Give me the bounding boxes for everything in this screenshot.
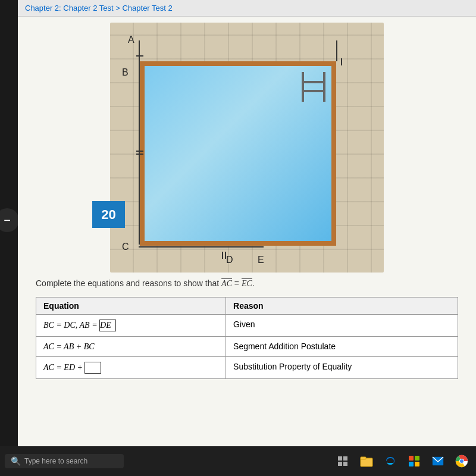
answer-input-2[interactable] [84,362,101,374]
label-D: D [226,255,233,265]
table-header-equation: Equation [36,298,226,315]
svg-point-9 [460,459,464,463]
main-content: Chapter 2: Chapter 2 Test > Chapter Test… [18,0,476,476]
windows-icon[interactable] [405,452,424,471]
geometry-diagram: A B C D E 20 [110,23,384,273]
equation-cell-2: AC = AB + BC [36,337,226,357]
tick-mark-1 [136,55,143,57]
table-row: AC = AB + BC Segment Addition Postulate [36,337,458,357]
taskbar-icons-group [333,452,471,471]
chrome-icon[interactable] [452,452,471,471]
left-sidebar: − [0,0,18,476]
win-cell-blue [409,462,414,466]
answer-de: DE [100,321,111,330]
question-number-badge: 20 [92,201,125,228]
line-top-right [336,40,337,61]
equation-text-1a: BC = DC, AB = [43,321,99,330]
mail-icon[interactable] [428,452,447,471]
label-C: C [122,242,129,252]
math-expression: AC = EC. [221,278,255,288]
content-area: A B C D E 20 Complete the equations and … [18,17,476,391]
svg-rect-0 [338,456,342,461]
line-de [231,246,264,248]
line-ab [139,40,140,69]
instruction-text: Complete the equations and reasons to sh… [36,278,219,288]
answer-input-1[interactable]: DE [99,320,116,331]
equation-text-2: AC = AB + BC [43,342,95,351]
reason-cell-1: Given [226,315,458,337]
search-icon: 🔍 [11,456,21,466]
equation-cell-3: AC = ED + [36,357,226,379]
reason-cell-2: Segment Addition Postulate [226,337,458,357]
proof-table: Equation Reason BC = DC, AB = DE Given [36,297,458,379]
breadcrumb-text: Chapter 2: Chapter 2 Test > Chapter Test… [25,4,173,12]
file-explorer-icon[interactable] [357,452,376,471]
equation-text-3a: AC = ED + [43,363,84,372]
win-cell-red [409,456,414,461]
windows-logo [409,456,419,466]
table-row: BC = DC, AB = DE Given [36,315,458,337]
label-A: A [128,35,134,45]
tick-mark-6 [341,58,342,65]
win-cell-green [415,456,419,461]
circle-nav-button[interactable]: − [0,208,19,232]
pool-image [140,61,336,246]
pool-ladder [302,72,325,102]
svg-rect-3 [343,462,347,466]
tick-mark-2 [136,151,143,152]
svg-rect-1 [343,456,347,461]
line-cd [139,246,231,248]
label-E: E [258,255,264,265]
tick-mark-4 [222,252,223,259]
svg-rect-5 [361,457,366,459]
table-row: AC = ED + Substitution Property of Equal… [36,357,458,379]
equation-cell-1: BC = DC, AB = DE [36,315,226,337]
reason-cell-3: Substitution Property of Equality [226,357,458,379]
search-placeholder-text: Type here to search [24,457,87,465]
line-bc [139,69,140,245]
taskview-icon[interactable] [333,452,352,471]
tick-mark-3 [136,154,143,155]
table-header-reason: Reason [226,298,458,315]
label-B: B [122,67,129,78]
question-instruction: Complete the equations and reasons to sh… [36,277,458,290]
taskbar-search-box[interactable]: 🔍 Type here to search [5,454,124,468]
taskbar: 🔍 Type here to search [0,446,476,476]
win-cell-yellow [415,462,419,466]
edge-icon[interactable] [381,452,400,471]
breadcrumb: Chapter 2: Chapter 2 Test > Chapter Test… [18,0,476,17]
svg-rect-2 [338,462,342,466]
